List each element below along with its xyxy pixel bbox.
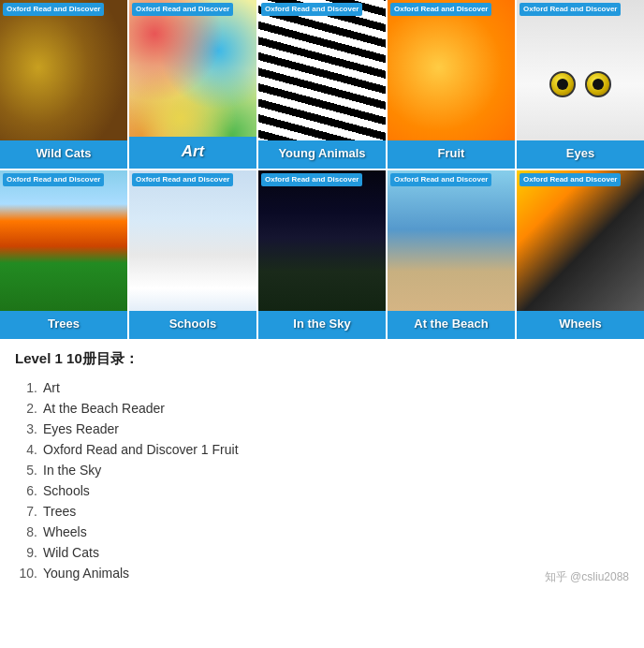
list-item: 5. In the Sky [15,460,629,480]
book-title-trees: Trees [0,311,127,339]
list-item: 9. Wild Cats [15,542,629,563]
book-badge-at-the-beach: Oxford Read and Discover [390,173,491,186]
book-card-wild-cats[interactable]: Oxford Read and Discover Wild Cats [0,0,127,169]
list-num-8: 8. [15,524,37,539]
book-title-wheels: Wheels [517,311,644,339]
book-badge-eyes: Oxford Read and Discover [520,3,621,16]
list-num-1: 1. [15,380,37,395]
book-grid: Oxford Read and Discover Wild Cats Oxfor… [0,0,644,339]
list-item: 7. Trees [15,501,629,522]
list-item: 2. At the Beach Reader [15,398,629,419]
list-num-7: 7. [15,504,37,519]
book-badge-wheels: Oxford Read and Discover [520,173,621,186]
list-num-3: 3. [15,421,37,436]
book-badge-in-the-sky: Oxford Read and Discover [261,173,362,186]
list-text-4: Oxford Read and Discover 1 Fruit [43,442,239,457]
list-text-5: In the Sky [43,463,101,478]
list-item: 4. Oxford Read and Discover 1 Fruit [15,439,629,460]
watermark: 知乎 @csliu2088 [545,569,629,585]
book-card-trees[interactable]: Oxford Read and Discover Trees [0,170,127,339]
book-badge-trees: Oxford Read and Discover [3,173,104,186]
book-card-fruit[interactable]: Oxford Read and Discover Fruit [388,0,515,169]
book-card-art[interactable]: Oxford Read and Discover Art [129,0,256,169]
book-title-in-the-sky: In the Sky [258,311,386,339]
book-title-wild-cats: Wild Cats [0,140,127,169]
list-num-5: 5. [15,463,37,478]
list-section: Level 1 10册目录： 1. Art 2. At the Beach Re… [0,339,644,595]
list-item: 1. Art [15,377,629,398]
list-num-4: 4. [15,442,37,457]
owl-eye-left [549,71,576,97]
list-num-10: 10. [15,566,37,581]
book-card-schools[interactable]: Oxford Read and Discover Schools [129,170,256,339]
book-title-eyes: Eyes [517,140,644,169]
bottom-wrapper: Level 1 10册目录： 1. Art 2. At the Beach Re… [0,339,644,595]
list-text-8: Wheels [43,524,87,539]
book-card-eyes[interactable]: Oxford Read and Discover Eyes [517,0,644,169]
book-card-wheels[interactable]: Oxford Read and Discover Wheels [517,170,644,339]
book-card-in-the-sky[interactable]: Oxford Read and Discover In the Sky [258,170,386,339]
list-title: Level 1 10册目录： [15,350,629,368]
book-title-fruit: Fruit [388,140,515,169]
book-title-art: Art [129,137,256,169]
list-item: 3. Eyes Reader [15,419,629,439]
list-text-2: At the Beach Reader [43,401,165,416]
list-text-9: Wild Cats [43,545,99,560]
book-badge-art: Oxford Read and Discover [132,3,233,16]
list-text-7: Trees [43,504,76,519]
list-num-2: 2. [15,401,37,416]
book-card-at-the-beach[interactable]: Oxford Read and Discover At the Beach [388,170,515,339]
list-text-1: Art [43,380,60,395]
book-badge-wild-cats: Oxford Read and Discover [3,3,104,16]
book-badge-young-animals: Oxford Read and Discover [261,3,362,16]
owl-eye-right [585,71,611,97]
book-title-at-the-beach: At the Beach [388,311,515,339]
book-list: 1. Art 2. At the Beach Reader 3. Eyes Re… [15,377,629,583]
list-text-10: Young Animals [43,566,129,581]
book-badge-schools: Oxford Read and Discover [132,173,233,186]
list-item: 8. Wheels [15,522,629,542]
list-text-3: Eyes Reader [43,421,119,436]
list-item: 6. Schools [15,480,629,501]
book-badge-fruit: Oxford Read and Discover [390,3,491,16]
book-title-young-animals: Young Animals [258,140,386,169]
list-num-9: 9. [15,545,37,560]
list-text-6: Schools [43,483,90,498]
book-card-young-animals[interactable]: Oxford Read and Discover Young Animals [258,0,386,169]
book-title-schools: Schools [129,311,256,339]
list-num-6: 6. [15,483,37,498]
list-item: 10. Young Animals [15,563,629,583]
